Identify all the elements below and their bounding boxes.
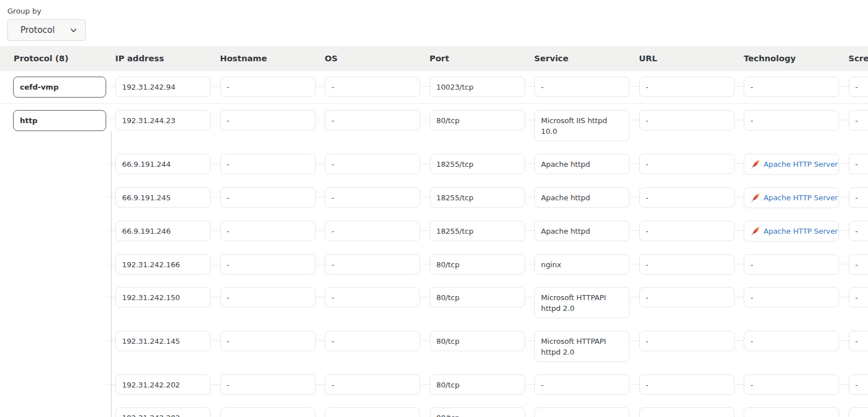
cell-technology: Apache HTTP Server — [744, 154, 839, 175]
cell-port: 80/tcp — [430, 254, 525, 275]
cell-ip: 66.9.191.246 — [115, 221, 211, 241]
cell-hostname: - — [220, 221, 316, 241]
cell-port: 80/tcp — [430, 374, 525, 395]
cell-screenshot: - — [849, 287, 868, 308]
cell-os: - — [325, 331, 420, 351]
cell-technology: - — [744, 331, 839, 351]
cell-hostname: - — [220, 77, 316, 97]
cell-url: - — [639, 254, 735, 275]
cell-port: 80/tcp — [430, 287, 525, 308]
group-by-select[interactable]: Protocol — [7, 19, 86, 41]
cell-os: - — [325, 221, 420, 241]
cell-service: nginx — [534, 254, 630, 275]
cell-screenshot: - — [849, 331, 868, 351]
cell-os: - — [325, 154, 420, 174]
cell-ip: 192.31.242.202 — [115, 374, 211, 395]
cell-ip: 192.31.242.166 — [115, 254, 211, 275]
apache-feather-icon — [750, 159, 760, 169]
chevron-down-icon — [69, 26, 78, 35]
cell-os: - — [325, 187, 420, 208]
apache-feather-icon — [750, 226, 760, 236]
cell-screenshot: - — [849, 187, 868, 208]
cell-technology: Apache HTTP Server — [744, 187, 839, 208]
cell-port: 80/tcp — [430, 407, 525, 417]
cell-service: Microsoft IIS httpd 10.0 — [534, 110, 630, 141]
apache-feather-icon — [750, 193, 760, 203]
cell-screenshot: - — [849, 221, 868, 241]
table-header: Protocol (8)IP addressHostnameOSPortServ… — [0, 46, 868, 71]
cell-port: 18255/tcp — [430, 154, 525, 174]
cell-technology: Apache HTTP Server — [744, 221, 839, 242]
cell-hostname: - — [220, 187, 316, 208]
column-header-ip-address: IP address — [115, 54, 220, 63]
cell-os: - — [325, 287, 420, 308]
cell-screenshot: - — [849, 110, 868, 130]
cell-os: - — [325, 77, 420, 97]
cell-service: Microsoft HTTPAPI httpd 2.0 — [534, 287, 630, 318]
cell-service: - — [534, 77, 630, 97]
cell-screenshot: - — [849, 154, 868, 174]
cell-port: 80/tcp — [430, 110, 525, 130]
cell-technology: - — [744, 110, 839, 130]
cell-service: - — [534, 407, 630, 417]
cell-port: 18255/tcp — [430, 187, 525, 208]
group-section-http: http192.31.244.23--80/tcpMicrosoft IIS h… — [0, 104, 868, 417]
cell-ip: 192.31.242.150 — [115, 287, 211, 308]
cell-hostname: - — [220, 407, 316, 417]
table-body: cefd-vmp192.31.242.94--10023/tcp----http… — [0, 71, 868, 417]
cell-os: - — [325, 407, 420, 417]
cell-technology: - — [744, 407, 839, 417]
group-header-http[interactable]: http — [13, 110, 106, 131]
cell-hostname: - — [220, 331, 316, 351]
cell-hostname: - — [220, 154, 316, 174]
column-header-screenshot: Screenshot — [849, 54, 868, 63]
group-section-cefd-vmp: cefd-vmp192.31.242.94--10023/tcp---- — [0, 71, 868, 104]
column-header-hostname: Hostname — [220, 54, 325, 63]
cell-hostname: - — [220, 254, 316, 275]
column-header-technology: Technology — [744, 54, 849, 63]
cell-ip: 192.31.242.203 — [115, 407, 211, 417]
cell-url: - — [639, 77, 735, 97]
cell-technology: - — [744, 254, 839, 275]
cell-os: - — [325, 374, 420, 395]
cell-ip: 192.31.244.23 — [115, 110, 211, 130]
cell-hostname: - — [220, 374, 316, 395]
technology-link[interactable]: Apache HTTP Server — [764, 226, 838, 237]
cell-url: - — [639, 187, 735, 208]
cell-url: - — [639, 287, 735, 308]
cell-technology: - — [744, 287, 839, 308]
cell-service: Apache httpd — [534, 221, 630, 241]
cell-technology: - — [744, 374, 839, 395]
cell-url: - — [639, 154, 735, 174]
column-header-protocol-8: Protocol (8) — [0, 54, 115, 63]
cell-ip: 192.31.242.94 — [115, 77, 211, 97]
cell-service: Apache httpd — [534, 154, 630, 174]
cell-ip: 66.9.191.245 — [115, 187, 211, 208]
cell-url: - — [639, 110, 735, 130]
cell-url: - — [639, 331, 735, 351]
cell-os: - — [325, 254, 420, 275]
cell-service: Microsoft HTTPAPI httpd 2.0 — [534, 331, 630, 362]
cell-url: - — [639, 374, 735, 395]
cell-service: Apache httpd — [534, 187, 630, 208]
group-by-label: Group by — [7, 7, 868, 15]
group-by-selected-value: Protocol — [20, 25, 54, 35]
group-header-cefd-vmp[interactable]: cefd-vmp — [13, 77, 106, 98]
cell-technology: - — [744, 77, 839, 97]
cell-os: - — [325, 110, 420, 130]
cell-service: - — [534, 374, 630, 395]
cell-port: 18255/tcp — [430, 221, 525, 241]
cell-url: - — [639, 221, 735, 241]
cell-hostname: - — [220, 110, 316, 130]
column-header-port: Port — [430, 54, 535, 63]
technology-link[interactable]: Apache HTTP Server — [764, 159, 838, 170]
cell-hostname: - — [220, 287, 316, 308]
cell-screenshot: - — [849, 77, 868, 97]
cell-url: - — [639, 407, 735, 417]
cell-ip: 192.31.242.145 — [115, 331, 211, 351]
cell-ip: 66.9.191.244 — [115, 154, 211, 174]
technology-link[interactable]: Apache HTTP Server — [764, 192, 838, 203]
cell-screenshot: - — [849, 374, 868, 395]
column-header-url: URL — [639, 54, 744, 63]
cell-port: 10023/tcp — [430, 77, 525, 97]
